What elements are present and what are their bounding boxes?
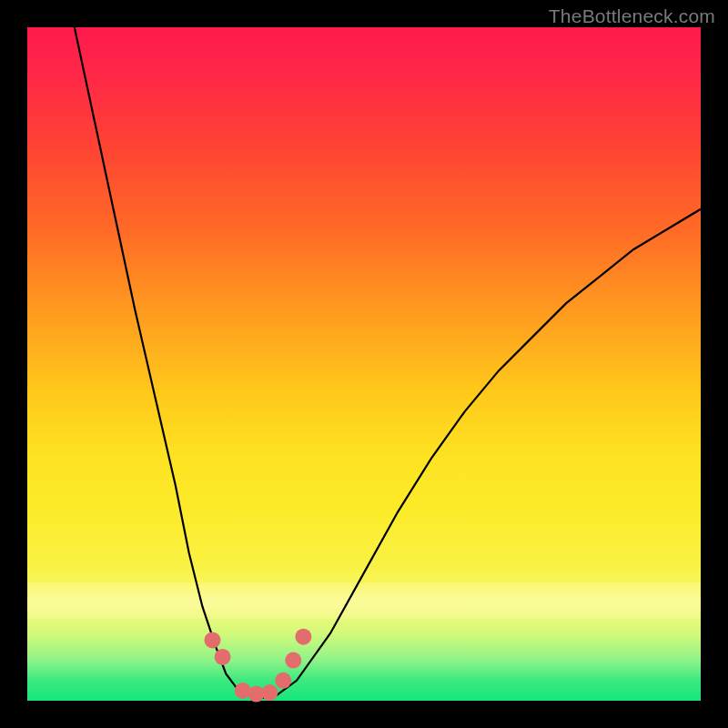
chart-svg <box>27 27 701 701</box>
marker-group <box>205 629 312 703</box>
marker-dot <box>261 684 278 701</box>
marker-dot <box>285 652 301 669</box>
marker-dot <box>295 629 311 645</box>
marker-dot <box>215 649 231 665</box>
bottleneck-curve <box>75 27 701 698</box>
marker-dot <box>275 672 291 689</box>
watermark-text: TheBottleneck.com <box>549 5 715 27</box>
marker-dot <box>205 632 221 648</box>
outer-frame: TheBottleneck.com <box>0 0 728 728</box>
